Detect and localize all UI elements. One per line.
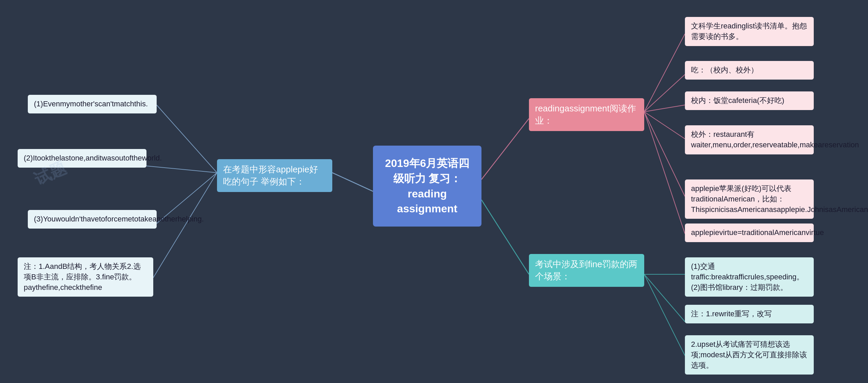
right-top-node-5: applepie苹果派(好吃)可以代表traditionalAmerican，比… [685, 179, 814, 219]
right-top-node-6: applepievirtue=traditionalAmericanvirtue [685, 224, 814, 242]
right-bottom-node-1: (1)交通traffic:breaktrafficrules,speeding。… [685, 257, 814, 297]
right-top-node-2: 吃：（校内、校外） [685, 61, 814, 80]
mind-map: 2019年6月英语四级听力 复习：reading assignment 在考题中… [0, 0, 868, 383]
svg-line-9 [644, 112, 685, 139]
right-bottom-branch-node: 考试中涉及到fine罚款的两个场景： [529, 254, 644, 287]
right-top-node-3: 校内：饭堂cafeteria(不好吃) [685, 91, 814, 110]
right-top-node-4: 校外：restaurant有waiter,menu,order,reservea… [685, 125, 814, 154]
right-bottom-node-3: 2.upset从考试痛苦可猜想该选项;modest从西方文化可直接排除该选项。 [685, 335, 814, 375]
svg-line-0 [332, 173, 373, 191]
svg-line-6 [644, 34, 685, 112]
svg-line-2 [146, 166, 217, 173]
svg-line-7 [644, 75, 685, 112]
left-node-3: (3)Youwouldn'thavetoforcemetotakeanother… [28, 210, 157, 229]
svg-line-5 [481, 119, 529, 179]
left-mid-node: 在考题中形容applepie好吃的句子 举例如下： [217, 159, 332, 192]
svg-line-1 [157, 105, 217, 173]
svg-line-11 [644, 112, 685, 234]
left-node-note: 注：1.AandB结构，考人物关系2.选项B非主流，应排除。3.fine罚款。p… [18, 257, 153, 297]
right-top-branch-node: readingassignment阅读作业： [529, 98, 644, 131]
svg-line-10 [644, 112, 685, 196]
left-node-2: (2)Itookthelastone,anditwasoutoftheworld… [18, 149, 146, 168]
center-node: 2019年6月英语四级听力 复习：reading assignment [373, 146, 481, 227]
right-top-node-1: 文科学生readinglist读书清单。抱怨需要读的书多。 [685, 17, 814, 46]
svg-line-14 [644, 274, 685, 322]
svg-line-8 [644, 105, 685, 112]
svg-line-15 [644, 274, 685, 356]
svg-line-12 [481, 200, 529, 274]
right-bottom-node-2: 注：1.rewrite重写，改写 [685, 305, 814, 323]
svg-line-4 [153, 173, 217, 278]
left-node-1: (1)Evenmymother'scan'tmatchthis. [28, 95, 157, 113]
